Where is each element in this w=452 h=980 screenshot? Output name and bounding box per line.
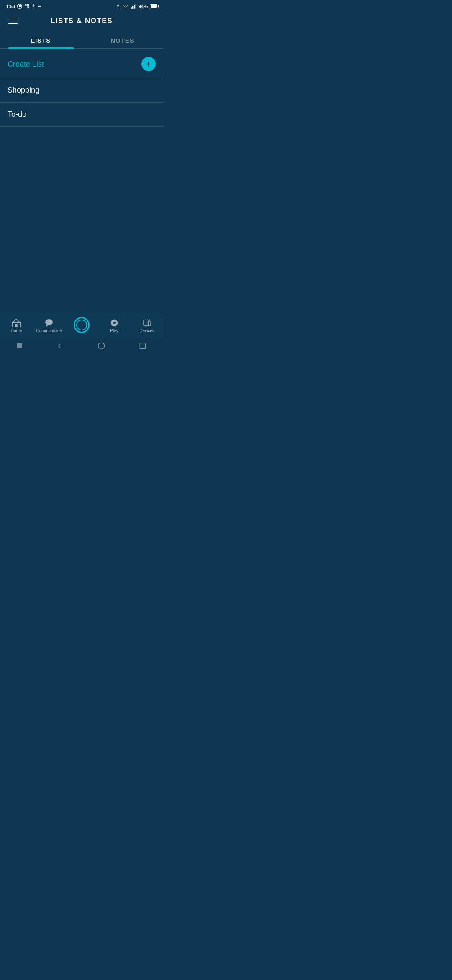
list-item-text: To-do [8, 110, 26, 119]
list-item[interactable]: To-do [0, 103, 163, 127]
status-right: 94% [116, 3, 157, 9]
system-back-button[interactable] [55, 342, 64, 350]
hamburger-button[interactable] [7, 16, 19, 26]
svg-point-1 [19, 5, 21, 8]
communicate-icon [44, 319, 54, 327]
nav-item-play[interactable]: Play [98, 315, 131, 337]
svg-rect-3 [27, 5, 29, 6]
status-left: 1:53 ··· [6, 3, 41, 9]
svg-rect-8 [131, 7, 132, 9]
svg-rect-26 [140, 343, 146, 349]
nav-home-label: Home [11, 328, 22, 333]
play-icon [110, 319, 119, 327]
nav-communicate-label: Communicate [36, 328, 62, 333]
system-nav-bar [0, 338, 163, 353]
svg-point-6 [125, 8, 126, 8]
nav-item-alexa[interactable] [65, 315, 98, 337]
alexa-icon [74, 317, 90, 333]
screenshot-icon [24, 4, 29, 9]
svg-rect-4 [27, 7, 29, 8]
svg-rect-15 [15, 324, 17, 327]
status-bar: 1:53 ··· 94% [0, 0, 163, 12]
svg-rect-10 [134, 5, 135, 9]
svg-rect-11 [135, 4, 136, 9]
plus-icon [145, 60, 152, 68]
svg-rect-2 [25, 5, 27, 6]
bottom-nav: Home Communicate Play [0, 312, 163, 338]
nav-devices-label: Devices [139, 328, 154, 333]
system-home-button[interactable] [97, 342, 105, 350]
tab-notes[interactable]: NOTES [82, 31, 163, 48]
system-recents-button[interactable] [139, 342, 146, 350]
nav-item-home[interactable]: Home [0, 315, 33, 337]
nav-item-devices[interactable]: Devices [131, 315, 163, 337]
page-title: LISTS & NOTES [51, 17, 113, 25]
nav-item-communicate[interactable]: Communicate [33, 315, 65, 337]
svg-point-17 [45, 319, 53, 325]
list-item-text: Shopping [8, 86, 39, 94]
bluetooth-icon [116, 3, 121, 9]
home-icon [12, 319, 21, 327]
tabs-container: LISTS NOTES [0, 31, 163, 49]
battery-icon [150, 4, 157, 8]
nav-play-label: Play [110, 328, 118, 333]
circle-status-icon [17, 3, 23, 9]
svg-rect-21 [148, 322, 151, 326]
battery-percent: 94% [139, 4, 148, 9]
signal-icon [131, 4, 136, 9]
list-item[interactable]: Shopping [0, 78, 163, 103]
wifi-icon [123, 4, 128, 9]
system-stop-button[interactable] [17, 343, 22, 348]
devices-icon [142, 319, 152, 327]
header: LISTS & NOTES [0, 12, 163, 31]
tab-lists[interactable]: LISTS [0, 31, 82, 48]
create-list-label: Create List [8, 60, 44, 69]
content-area: Create List Shopping To-do [0, 49, 163, 312]
upload-icon [31, 4, 36, 9]
create-list-row[interactable]: Create List [0, 49, 163, 78]
svg-rect-24 [17, 343, 22, 348]
overflow-dots: ··· [38, 4, 41, 9]
svg-point-25 [98, 343, 105, 349]
time: 1:53 [6, 4, 15, 9]
create-list-button[interactable] [141, 57, 156, 71]
svg-rect-20 [143, 320, 148, 325]
svg-rect-9 [132, 6, 133, 8]
